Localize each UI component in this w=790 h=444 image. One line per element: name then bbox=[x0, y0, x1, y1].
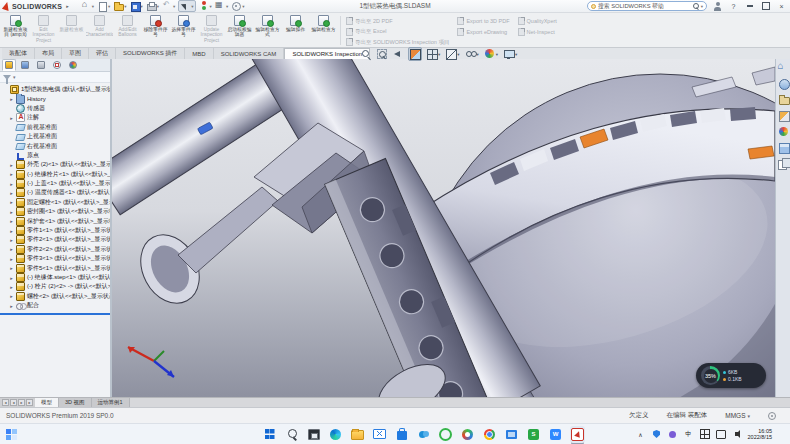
view-tool-button[interactable]: ▾ bbox=[484, 48, 499, 60]
expand-arrow-icon[interactable]: ▸ bbox=[9, 162, 14, 168]
tree-item[interactable]: ▸ 保护套<1> (默认<<默认>_显示状 bbox=[2, 216, 110, 225]
expand-arrow-icon[interactable]: ▸ bbox=[9, 115, 14, 121]
ribbon-button[interactable]: Add Characteristic bbox=[86, 14, 113, 47]
expand-arrow-icon[interactable]: ▸ bbox=[9, 218, 14, 224]
export-button[interactable]: QualityXpert bbox=[518, 17, 557, 25]
document-tab[interactable]: 3D 视图 bbox=[59, 398, 92, 407]
tray-icon[interactable] bbox=[668, 429, 678, 439]
task-pane-icon[interactable] bbox=[778, 94, 789, 105]
tree-item[interactable]: ▸ 固定螺栓<1> (默认<<默认>_显示 bbox=[2, 198, 110, 207]
panel-tab[interactable] bbox=[50, 59, 64, 71]
expand-arrow-icon[interactable]: ▸ bbox=[9, 256, 14, 262]
chevron-down-icon[interactable]: ▾ bbox=[13, 74, 16, 80]
chevron-down-icon[interactable]: ▾ bbox=[701, 4, 703, 9]
taskbar-app-icon[interactable] bbox=[460, 426, 475, 443]
tree-item[interactable]: ▸ 注解 bbox=[2, 113, 110, 122]
tree-item[interactable]: ▸ 零件2<2> (默认<<默认>_显示状 bbox=[2, 245, 110, 254]
quick-access-button[interactable]: ▾ bbox=[215, 0, 228, 12]
view-tool-button[interactable]: ▾ bbox=[465, 48, 480, 60]
ribbon-tab[interactable]: MBD bbox=[185, 48, 213, 59]
export-button[interactable]: 导出至 2D PDF bbox=[346, 17, 449, 25]
graphics-area[interactable]: 35% 6KB 0.1KB bbox=[112, 59, 775, 397]
quick-access-button[interactable]: ▾ bbox=[146, 0, 159, 12]
tree-item[interactable]: ▸ 零件2<1> (默认<<默认>_显示状 bbox=[2, 235, 110, 244]
ribbon-tab[interactable]: 评估 bbox=[89, 48, 116, 59]
task-pane-icon[interactable] bbox=[778, 142, 789, 153]
document-tab[interactable]: 模型 bbox=[35, 398, 59, 407]
tree-item[interactable]: ▸ (-) 温度传感器<1> (默认<<默认>_ bbox=[2, 188, 110, 197]
tray-icon[interactable] bbox=[652, 429, 662, 439]
ribbon-button[interactable]: Add/Edit Balloons bbox=[114, 14, 141, 47]
ribbon-button[interactable]: Update Inspection Project bbox=[198, 14, 225, 47]
expand-arrow-icon[interactable]: ▸ bbox=[9, 190, 14, 196]
taskbar-app-icon[interactable] bbox=[482, 426, 497, 443]
menu-expand-icon[interactable]: ▸ bbox=[66, 3, 69, 9]
taskbar-app-icon[interactable]: W bbox=[548, 426, 563, 443]
filter-icon[interactable] bbox=[3, 75, 11, 80]
search-icon[interactable] bbox=[693, 3, 699, 9]
ribbon-button[interactable]: 启动模板编辑器 bbox=[226, 14, 253, 47]
taskbar-app-icon[interactable] bbox=[328, 426, 343, 443]
ribbon-tab[interactable]: SOLIDWORKS Inspection bbox=[284, 48, 370, 59]
expand-arrow-icon[interactable]: ▸ bbox=[9, 293, 14, 299]
ribbon-button[interactable]: Edit Inspection Project bbox=[30, 14, 57, 47]
tree-item[interactable]: ▸ 原点 bbox=[2, 151, 110, 160]
ribbon-button[interactable]: 编辑操作 bbox=[282, 14, 309, 47]
view-tool-button[interactable]: ▾ bbox=[503, 48, 518, 60]
tree-item[interactable]: ▸ 前视基准面 bbox=[2, 123, 110, 132]
taskbar-app-icon[interactable] bbox=[350, 426, 365, 443]
taskbar-app-icon[interactable] bbox=[394, 426, 409, 443]
quick-access-button[interactable]: ▾ bbox=[162, 0, 175, 12]
tree-item[interactable]: ▸ 右视基准面 bbox=[2, 141, 110, 150]
view-tool-button[interactable]: ▾ bbox=[408, 47, 422, 61]
tree-item[interactable]: ▸ 零件5<1> (默认<<默认>_显示状 bbox=[2, 263, 110, 272]
task-pane-icon[interactable] bbox=[778, 126, 789, 137]
expand-arrow-icon[interactable]: ▸ bbox=[9, 275, 14, 281]
export-button[interactable]: 导出至 Excel bbox=[346, 28, 449, 36]
tray-icon[interactable] bbox=[716, 429, 726, 439]
expand-arrow-icon[interactable]: ▸ bbox=[9, 284, 14, 290]
tree-item[interactable]: ▸ 外壳 (2)<1> (默认<<默认>_显示状 bbox=[2, 160, 110, 169]
ribbon-tab[interactable]: 草图 bbox=[62, 48, 89, 59]
tree-item[interactable]: ▸ 上视基准面 bbox=[2, 132, 110, 141]
panel-tab[interactable] bbox=[2, 59, 16, 71]
view-tool-button[interactable]: ▾ bbox=[426, 48, 441, 60]
tray-icon[interactable]: 中 bbox=[684, 429, 694, 439]
help-button[interactable]: ? bbox=[728, 1, 739, 12]
tree-item[interactable]: ▸ 零件1<1> (默认<<默认>_显示状态 bbox=[2, 226, 110, 235]
ribbon-button[interactable]: 移除零件序号 bbox=[142, 14, 169, 47]
ribbon-tab[interactable]: SOLIDWORKS 插件 bbox=[116, 48, 185, 59]
expand-arrow-icon[interactable]: ▸ bbox=[9, 96, 14, 102]
ribbon-button[interactable]: 新建检查板 bbox=[58, 14, 85, 47]
ribbon-button[interactable]: 编辑检查方式 bbox=[254, 14, 281, 47]
panel-tab[interactable] bbox=[34, 59, 48, 71]
close-button[interactable]: × bbox=[776, 1, 787, 12]
taskbar-app-icon[interactable]: S bbox=[526, 426, 541, 443]
tab-scroll-arrow[interactable]: ◂ bbox=[2, 399, 9, 406]
tree-item[interactable]: ▸ 零件3<1> (默认<<默认>_显示状 bbox=[2, 254, 110, 263]
expand-arrow-icon[interactable]: ▸ bbox=[9, 171, 14, 177]
view-tool-button[interactable]: ▾ bbox=[360, 48, 372, 60]
document-tab[interactable]: 运动算例1 bbox=[92, 398, 130, 407]
taskbar-app-icon[interactable] bbox=[306, 426, 321, 443]
tab-scroll-arrow[interactable]: ▸ bbox=[26, 399, 33, 406]
taskbar-app-icon[interactable] bbox=[416, 426, 431, 443]
ribbon-button[interactable]: 编辑检查方 bbox=[310, 14, 337, 47]
quick-access-button[interactable]: ▾ bbox=[130, 0, 143, 12]
tray-icon[interactable] bbox=[732, 429, 742, 439]
taskbar-app-icon[interactable] bbox=[284, 426, 299, 443]
expand-arrow-icon[interactable]: ▸ bbox=[9, 237, 14, 243]
ribbon-tab[interactable]: SOLIDWORKS CAM bbox=[214, 48, 285, 59]
taskbar-app-icon[interactable] bbox=[262, 426, 277, 443]
expand-arrow-icon[interactable]: ▸ bbox=[9, 303, 14, 309]
expand-arrow-icon[interactable]: ▸ bbox=[9, 246, 14, 252]
panel-tab[interactable] bbox=[18, 59, 32, 71]
ribbon-tab[interactable]: 装配体 bbox=[2, 48, 35, 59]
panel-tab[interactable] bbox=[66, 59, 80, 71]
tree-item[interactable]: ▸ History bbox=[2, 94, 110, 103]
view-tool-button[interactable]: ▾ bbox=[392, 48, 404, 60]
taskbar-app-icon[interactable] bbox=[504, 426, 519, 443]
panel-splitter[interactable] bbox=[0, 313, 110, 315]
export-button[interactable]: 导出至 SOLIDWORKS Inspection 项目 bbox=[346, 38, 449, 46]
expand-arrow-icon[interactable]: ▸ bbox=[9, 209, 14, 215]
